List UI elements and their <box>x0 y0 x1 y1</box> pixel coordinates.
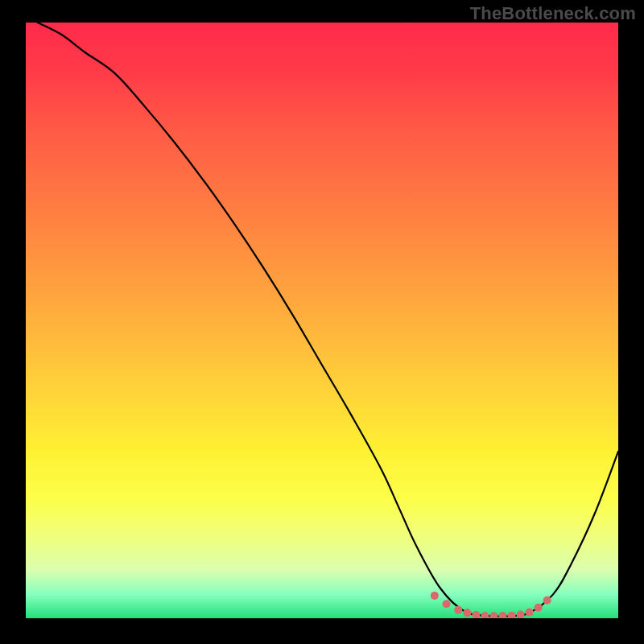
valley-dot <box>535 604 543 612</box>
valley-dot <box>431 592 439 600</box>
valley-dot <box>481 612 489 618</box>
valley-dot <box>543 597 551 605</box>
valley-dot <box>498 612 506 618</box>
watermark-text: TheBottleneck.com <box>470 3 636 24</box>
valley-dot <box>454 606 462 614</box>
valley-dot <box>489 612 497 618</box>
valley-dot <box>517 611 525 618</box>
valley-dot <box>443 600 451 608</box>
valley-dot <box>463 609 471 617</box>
optimal-valley-dots <box>431 592 551 618</box>
chart-plot-area <box>26 23 618 618</box>
valley-dot <box>526 609 534 617</box>
chart-overlay <box>26 23 618 618</box>
valley-dot <box>508 612 516 618</box>
bottleneck-curve <box>38 23 618 617</box>
valley-dot <box>472 611 480 618</box>
